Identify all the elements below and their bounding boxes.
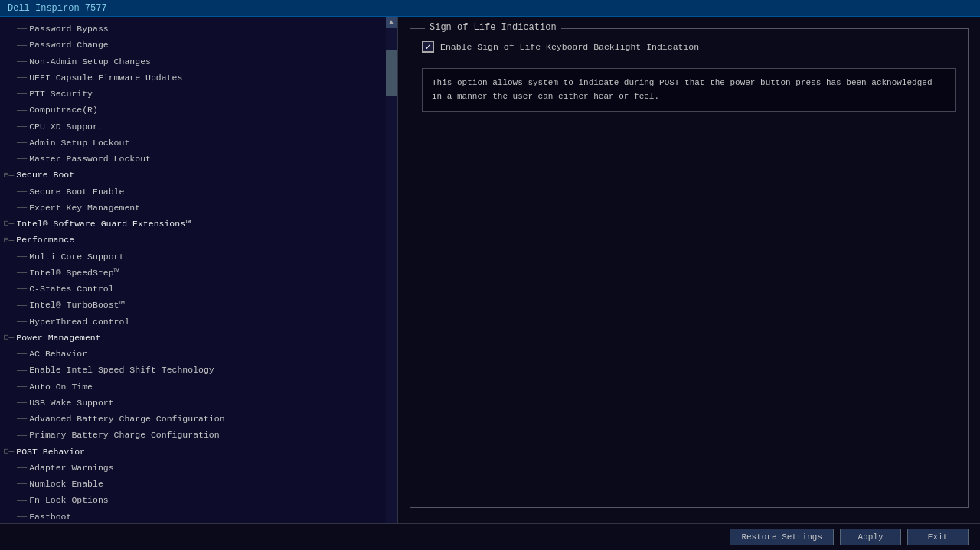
tree-prefix: —— — [17, 364, 27, 377]
nav-item-numlock-enable[interactable]: —— Numlock Enable — [0, 476, 397, 492]
nav-item-intel-turboboost[interactable]: —— Intel® TurboBoost™ — [0, 297, 397, 313]
nav-panel: —— Password Bypass —— Password Change ——… — [0, 17, 398, 550]
nav-item-label: USB Wake Support — [29, 396, 113, 409]
tree-prefix: —— — [17, 315, 27, 328]
nav-item-password-change[interactable]: —— Password Change — [0, 37, 397, 53]
nav-scrollbar: ▲ ▼ — [386, 17, 397, 550]
scrollbar-track — [386, 28, 397, 539]
tree-prefix: —— — [17, 120, 27, 133]
restore-settings-button[interactable]: Restore Settings — [730, 529, 834, 545]
nav-item-label: Fn Lock Options — [29, 493, 109, 506]
nav-item-secure-boot[interactable]: ⊟— Secure Boot — [0, 167, 397, 183]
nav-item-ac-behavior[interactable]: —— AC Behavior — [0, 346, 397, 362]
nav-item-usb-wake[interactable]: —— USB Wake Support — [0, 395, 397, 411]
tree-prefix: —— — [17, 347, 27, 360]
nav-item-hyperthread[interactable]: —— HyperThread control — [0, 314, 397, 330]
nav-item-label: Adapter Warnings — [29, 461, 113, 474]
apply-button[interactable]: Apply — [840, 529, 901, 545]
tree-prefix: —— — [17, 477, 27, 490]
nav-item-fn-lock[interactable]: —— Fn Lock Options — [0, 492, 397, 508]
tree-prefix: ⊟— — [4, 217, 14, 230]
tree-prefix: —— — [17, 22, 27, 35]
tree-prefix: ⊟— — [4, 331, 14, 344]
nav-item-auto-on-time[interactable]: —— Auto On Time — [0, 379, 397, 395]
nav-list: —— Password Bypass —— Password Change ——… — [0, 21, 397, 546]
nav-item-password-bypass[interactable]: —— Password Bypass — [0, 21, 397, 37]
tree-prefix: —— — [17, 87, 27, 100]
nav-item-label: Admin Setup Lockout — [29, 136, 129, 149]
nav-item-label: Intel® TurboBoost™ — [29, 298, 124, 311]
tree-prefix: —— — [17, 250, 27, 263]
tree-prefix: —— — [17, 412, 27, 425]
tree-prefix: —— — [17, 380, 27, 393]
nav-item-label: Performance — [16, 233, 74, 246]
bios-container: —— Password Bypass —— Password Change ——… — [0, 17, 980, 550]
tree-prefix: —— — [17, 396, 27, 409]
nav-item-label: AC Behavior — [29, 347, 87, 360]
content-box-wrapper: Sign of Life Indication Enable Sign of L… — [410, 28, 969, 539]
title-bar: Dell Inspiron 7577 — [0, 0, 980, 17]
nav-item-ptt-security[interactable]: —— PTT Security — [0, 86, 397, 102]
nav-item-cpu-xd[interactable]: —— CPU XD Support — [0, 119, 397, 135]
nav-item-label: Power Management — [16, 331, 100, 344]
tree-prefix: —— — [17, 104, 27, 117]
nav-item-performance[interactable]: ⊟— Performance — [0, 232, 397, 248]
tree-prefix: —— — [17, 494, 27, 507]
description-text: This option allows system to indicate du… — [432, 78, 933, 101]
nav-item-adv-battery[interactable]: —— Advanced Battery Charge Configuration — [0, 411, 397, 427]
nav-item-label: Secure Boot Enable — [29, 185, 124, 198]
nav-item-label: Enable Intel Speed Shift Technology — [29, 363, 214, 376]
tree-prefix: —— — [17, 136, 27, 149]
nav-item-multi-core[interactable]: —— Multi Core Support — [0, 249, 397, 265]
tree-prefix: ⊟— — [4, 234, 14, 247]
nav-item-computrace[interactable]: —— Computrace(R) — [0, 102, 397, 118]
nav-item-label: Advanced Battery Charge Configuration — [29, 412, 224, 425]
nav-item-secure-boot-enable[interactable]: —— Secure Boot Enable — [0, 184, 397, 200]
exit-button[interactable]: Exit — [907, 529, 969, 545]
nav-item-label: Computrace(R) — [29, 103, 98, 116]
nav-item-non-admin-setup[interactable]: —— Non-Admin Setup Changes — [0, 54, 397, 70]
nav-item-label: POST Behavior — [16, 445, 85, 458]
tree-prefix: —— — [17, 299, 27, 312]
nav-item-master-password-lockout[interactable]: —— Master Password Lockout — [0, 151, 397, 167]
nav-item-label: Intel® SpeedStep™ — [29, 266, 119, 279]
nav-item-admin-setup-lockout[interactable]: —— Admin Setup Lockout — [0, 135, 397, 151]
checkbox-row: Enable Sign of Life Keyboard Backlight I… — [422, 41, 956, 53]
nav-item-label: Expert Key Management — [29, 201, 140, 214]
tree-prefix: —— — [17, 429, 27, 442]
nav-item-label: HyperThread control — [29, 315, 129, 328]
tree-prefix: —— — [17, 282, 27, 295]
nav-item-c-states[interactable]: —— C-States Control — [0, 281, 397, 297]
nav-item-expert-key-mgmt[interactable]: —— Expert Key Management — [0, 200, 397, 216]
tree-prefix: —— — [17, 185, 27, 198]
nav-item-label: Master Password Lockout — [29, 152, 151, 165]
nav-item-intel-speedstep[interactable]: —— Intel® SpeedStep™ — [0, 265, 397, 281]
nav-item-label: C-States Control — [29, 282, 113, 295]
content-panel: Sign of Life Indication Enable Sign of L… — [398, 17, 980, 550]
nav-item-label: UEFI Capsule Firmware Updates — [29, 71, 182, 84]
nav-item-adapter-warnings[interactable]: —— Adapter Warnings — [0, 460, 397, 476]
scrollbar-thumb[interactable] — [386, 50, 397, 96]
tree-prefix: ⊟— — [4, 169, 14, 182]
nav-item-label: CPU XD Support — [29, 120, 103, 133]
nav-item-intel-sgx[interactable]: ⊟— Intel® Software Guard Extensions™ — [0, 216, 397, 232]
nav-item-label: Multi Core Support — [29, 250, 124, 263]
nav-item-label: Intel® Software Guard Extensions™ — [16, 217, 191, 230]
nav-item-primary-battery[interactable]: —— Primary Battery Charge Configuration — [0, 427, 397, 443]
nav-item-intel-speed-shift[interactable]: —— Enable Intel Speed Shift Technology — [0, 362, 397, 378]
nav-item-label: Primary Battery Charge Configuration — [29, 428, 219, 441]
nav-item-label: Password Change — [29, 38, 109, 51]
nav-item-fastboot[interactable]: —— Fastboot — [0, 509, 397, 525]
checkbox-label: Enable Sign of Life Keyboard Backlight I… — [440, 42, 699, 52]
nav-item-label: Non-Admin Setup Changes — [29, 55, 151, 68]
scrollbar-up-button[interactable]: ▲ — [386, 17, 397, 28]
nav-item-power-mgmt[interactable]: ⊟— Power Management — [0, 330, 397, 346]
enable-checkbox[interactable] — [422, 41, 434, 53]
tree-prefix: —— — [17, 55, 27, 68]
tree-prefix: —— — [17, 152, 27, 165]
content-box: Sign of Life Indication Enable Sign of L… — [410, 28, 969, 508]
tree-prefix: —— — [17, 510, 27, 523]
nav-item-post-behavior[interactable]: ⊟— POST Behavior — [0, 444, 397, 460]
nav-item-uefi-capsule[interactable]: —— UEFI Capsule Firmware Updates — [0, 70, 397, 86]
tree-prefix: ⊟— — [4, 445, 14, 458]
